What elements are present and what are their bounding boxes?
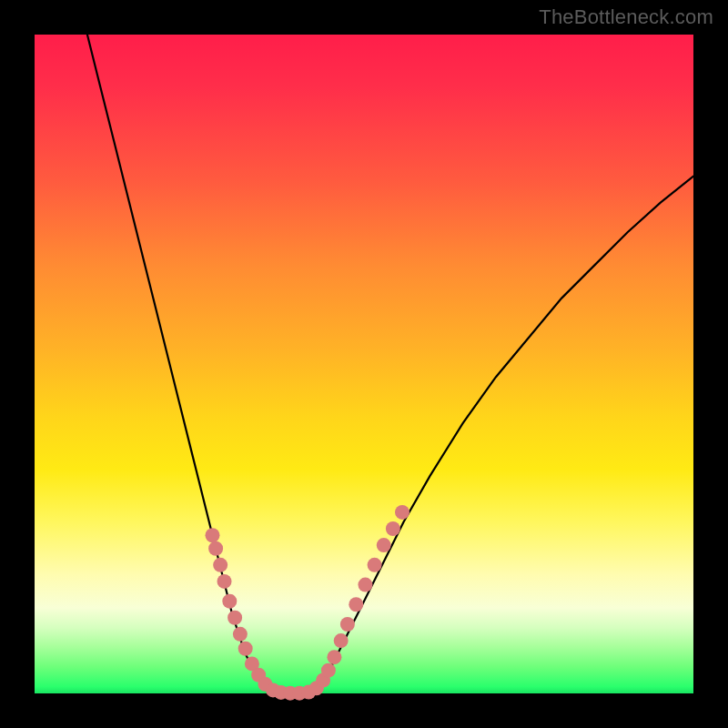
marker-point bbox=[340, 617, 355, 632]
marker-point bbox=[321, 663, 336, 678]
marker-point bbox=[395, 505, 410, 520]
watermark-text: TheBottleneck.com bbox=[539, 5, 713, 29]
marker-point bbox=[386, 521, 400, 536]
marker-point bbox=[358, 578, 372, 592]
marker-point bbox=[327, 650, 341, 664]
curve-left-branch bbox=[87, 35, 272, 690]
marker-point bbox=[349, 597, 363, 612]
chart-markers bbox=[205, 505, 410, 701]
marker-point bbox=[222, 594, 237, 609]
marker-point bbox=[208, 541, 223, 556]
marker-point bbox=[213, 558, 228, 572]
marker-point bbox=[334, 633, 349, 648]
marker-point bbox=[238, 642, 253, 656]
marker-point bbox=[377, 538, 391, 552]
marker-point bbox=[205, 528, 219, 542]
curve-right-branch bbox=[311, 177, 693, 691]
marker-point bbox=[228, 611, 242, 625]
marker-point bbox=[233, 627, 248, 642]
chart-frame: TheBottleneck.com bbox=[0, 0, 728, 728]
chart-svg bbox=[35, 35, 693, 693]
marker-point bbox=[368, 558, 382, 572]
marker-point bbox=[217, 574, 232, 589]
chart-curves bbox=[87, 35, 693, 693]
